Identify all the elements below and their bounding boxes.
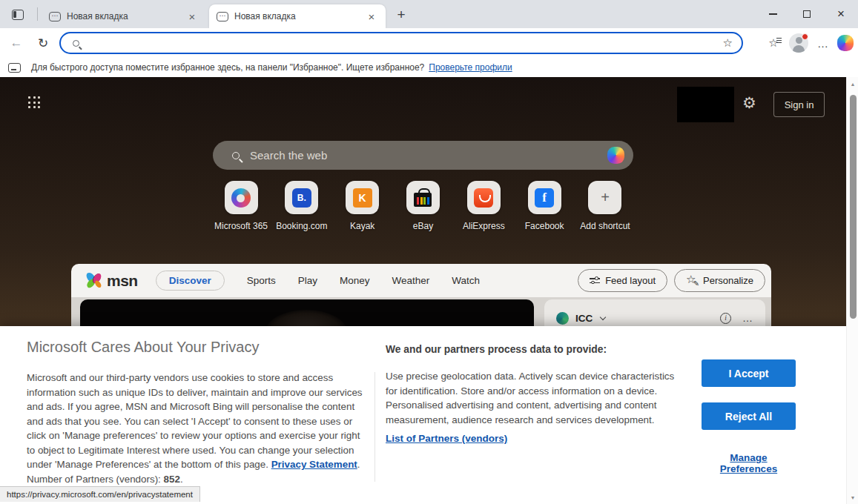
icc-widget-actions: i … (720, 312, 753, 324)
shortcut-kayak[interactable]: K Kayak (334, 181, 391, 231)
scroll-up-icon[interactable]: ▲ (847, 79, 858, 89)
new-tab-button[interactable]: + (392, 6, 411, 24)
shortcut-facebook[interactable]: f Facebook (516, 181, 572, 231)
shortcut-ebay[interactable]: eBay (395, 181, 451, 231)
maximize-icon (803, 10, 811, 18)
icc-widget-title: ICC (575, 313, 593, 324)
check-profiles-link[interactable]: Проверьте профили (429, 62, 512, 73)
microsoft-365-icon (231, 188, 251, 208)
dialog-body-period: . (357, 459, 360, 470)
tab-title: Новая вкладка (234, 11, 365, 21)
sliders-icon (590, 276, 600, 285)
partners-count-suffix: . (180, 474, 183, 485)
tab-layout-button[interactable] (7, 6, 28, 24)
kayak-icon: K (353, 188, 372, 208)
tab-play[interactable]: Play (298, 275, 317, 286)
scrollbar-thumb[interactable] (850, 95, 857, 319)
favorites-list-icon[interactable]: ☆ (763, 33, 784, 53)
browser-window: ⋯ Новая вкладка × ⋯ Новая вкладка × + × … (0, 0, 858, 504)
tab-sports[interactable]: Sports (247, 275, 276, 286)
tile (406, 181, 440, 214)
shortcut-microsoft-365[interactable]: Microsoft 365 (213, 181, 269, 231)
page-settings-gear-icon[interactable]: ⚙ (742, 94, 756, 112)
settings-menu-icon[interactable]: … (814, 37, 833, 50)
tab-money[interactable]: Money (340, 275, 370, 286)
address-input[interactable] (87, 37, 723, 50)
chevron-down-icon[interactable] (600, 314, 606, 319)
shortcut-label: Microsoft 365 (214, 221, 268, 231)
dialog-body: Microsoft and our third-party vendors us… (27, 371, 368, 486)
scroll-down-icon[interactable]: ▼ (847, 492, 858, 503)
tab-weather[interactable]: Weather (392, 275, 430, 286)
new-tab-page-icon: ⋯ (217, 12, 228, 21)
web-search-bar[interactable]: Search the web (213, 141, 633, 170)
profile-button[interactable] (788, 33, 809, 53)
tab-active[interactable]: ⋯ Новая вкладка × (209, 4, 386, 28)
back-button[interactable]: ← (6, 33, 27, 53)
redacted-widget (677, 87, 734, 122)
tab-layout-icon (12, 10, 24, 20)
tile: f (528, 181, 561, 214)
app-launcher-icon[interactable] (28, 96, 42, 110)
list-of-partners-link[interactable]: List of Partners (vendors) (386, 433, 507, 444)
widget-more-icon[interactable]: … (742, 312, 753, 324)
browser-toolbar: ← ↻ ☆ ☆ … (0, 28, 858, 58)
notification-dot (802, 33, 808, 40)
msn-nav-bar: msn Discover Sports Play Money Weather W… (71, 264, 771, 297)
dialog-body-text: Microsoft and our third-party vendors us… (27, 372, 363, 470)
ebay-icon (414, 193, 432, 207)
shortcut-booking[interactable]: B. Booking.com (274, 181, 330, 231)
add-shortcut-button[interactable]: + Add shortcut (577, 181, 633, 231)
privacy-consent-dialog: Microsoft Cares About Your Privacy Micro… (0, 326, 858, 504)
shortcut-label: Facebook (525, 221, 564, 231)
partners-count-label: Number of Partners (vendors): (27, 474, 164, 485)
new-tab-page-icon: ⋯ (49, 12, 61, 21)
msn-logo[interactable]: msn (85, 271, 138, 291)
maximize-button[interactable] (790, 0, 824, 28)
search-icon (232, 152, 240, 159)
personalize-button[interactable]: ☆✎ Personalize (674, 269, 765, 292)
refresh-button[interactable]: ↻ (33, 33, 53, 53)
tile: K (346, 181, 379, 214)
quick-links-row: Microsoft 365 B. Booking.com K Kayak eBa… (213, 181, 633, 231)
copilot-icon[interactable] (607, 147, 624, 164)
copilot-icon[interactable] (837, 35, 854, 51)
shortcut-label: Add shortcut (580, 221, 630, 231)
accept-button[interactable]: I Accept (702, 359, 796, 387)
address-bar[interactable]: ☆ (59, 32, 743, 54)
search-placeholder: Search the web (250, 149, 607, 162)
tab-watch[interactable]: Watch (452, 275, 480, 286)
page-scrollbar[interactable]: ▲ ▼ (846, 77, 858, 504)
close-window-button[interactable]: × (824, 0, 858, 28)
tab-close-icon[interactable]: × (185, 10, 199, 23)
sign-in-button[interactable]: Sign in (773, 92, 825, 117)
favorite-star-icon[interactable]: ☆ (723, 36, 733, 50)
booking-icon: B. (292, 188, 311, 208)
tab-close-icon[interactable]: × (365, 10, 378, 23)
shortcut-label: Booking.com (276, 221, 327, 231)
shortcut-aliexpress[interactable]: AliExpress (455, 181, 512, 231)
facebook-icon: f (535, 188, 554, 208)
tile (225, 181, 258, 214)
tab-discover[interactable]: Discover (156, 271, 225, 291)
tab-inactive[interactable]: ⋯ Новая вкладка × (42, 4, 206, 28)
window-controls: × (756, 0, 858, 28)
reject-all-button[interactable]: Reject All (702, 402, 796, 430)
privacy-statement-link[interactable]: Privacy Statement (271, 459, 357, 470)
minimize-icon (769, 13, 777, 14)
info-icon[interactable]: i (720, 313, 731, 324)
personalize-star-icon: ☆✎ (686, 275, 698, 286)
feed-buttons-group: Feed layout ☆✎ Personalize (578, 269, 765, 292)
feed-layout-button[interactable]: Feed layout (578, 269, 667, 292)
manage-preferences-link[interactable]: Manage Preferences (702, 452, 796, 474)
tile: + (588, 181, 621, 214)
favorites-bar: Для быстрого доступа поместите избранное… (0, 58, 858, 77)
partners-count-value: 852 (164, 474, 180, 485)
minimize-button[interactable] (756, 0, 790, 28)
shortcut-label: Kayak (350, 221, 374, 231)
shortcut-label: eBay (413, 221, 433, 231)
shortcut-label: AliExpress (463, 221, 505, 231)
feed-layout-label: Feed layout (605, 275, 656, 286)
icc-logo-icon (556, 312, 569, 325)
msn-logo-text: msn (107, 272, 138, 290)
